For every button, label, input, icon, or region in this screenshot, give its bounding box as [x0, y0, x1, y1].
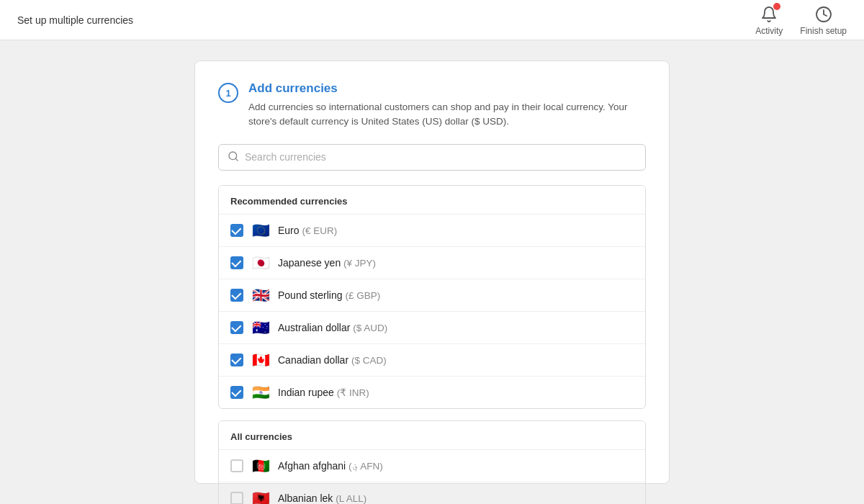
list-item: 🇨🇦Canadian dollar ($ CAD): [219, 343, 645, 376]
currency-name: Pound sterling (£ GBP): [278, 289, 380, 301]
list-item: 🇪🇺Euro (€ EUR): [219, 214, 645, 246]
finish-setup-label: Finish setup: [800, 26, 847, 36]
step-title: Add currencies: [248, 81, 646, 96]
activity-icon-wrap: [759, 4, 779, 24]
currency-name: Australian dollar ($ AUD): [278, 322, 387, 333]
finish-setup-icon-wrap: [814, 4, 834, 24]
currency-code: (L ALL): [336, 493, 366, 504]
currency-flag: 🇦🇱: [252, 490, 269, 505]
finish-setup-button[interactable]: Finish setup: [800, 4, 847, 36]
currency-checkbox[interactable]: [230, 492, 243, 505]
all-section-label: All currencies: [219, 421, 645, 449]
currency-code: (€ EUR): [302, 225, 337, 236]
clock-icon: [815, 6, 832, 23]
currency-code: ($ AUD): [353, 323, 387, 333]
currency-checkbox[interactable]: [230, 459, 243, 472]
currency-checkbox[interactable]: [230, 256, 243, 269]
svg-line-2: [235, 158, 238, 161]
currency-code: (£ GBP): [345, 290, 380, 301]
currency-code: ($ CAD): [351, 355, 387, 366]
recommended-currencies-section: Recommended currencies 🇪🇺Euro (€ EUR)🇯🇵J…: [218, 185, 646, 409]
currency-name: Canadian dollar ($ CAD): [278, 354, 387, 366]
currency-name: Albanian lek (L ALL): [278, 492, 366, 504]
currency-code: (؋ AFN): [348, 461, 383, 472]
step-badge: 1: [218, 83, 238, 103]
main-content: 1 Add currencies Add currencies so inter…: [0, 40, 864, 504]
list-item: 🇦🇱Albanian lek (L ALL): [219, 482, 645, 505]
step-content: Add currencies Add currencies so interna…: [248, 81, 646, 130]
setup-card: 1 Add currencies Add currencies so inter…: [194, 60, 670, 484]
currency-checkbox[interactable]: [230, 386, 243, 399]
currency-checkbox[interactable]: [230, 354, 243, 366]
step-description: Add currencies so international customer…: [248, 100, 646, 130]
currency-flag: 🇦🇺: [252, 319, 269, 336]
list-item: 🇦🇫Afghan afghani (؋ AFN): [219, 449, 645, 482]
currency-flag: 🇮🇳: [252, 384, 269, 401]
currency-flag: 🇨🇦: [252, 351, 269, 369]
header: Set up multiple currencies Activity: [0, 0, 864, 40]
currency-flag: 🇬🇧: [252, 287, 269, 304]
list-item: 🇬🇧Pound sterling (£ GBP): [219, 279, 645, 311]
recommended-section-label: Recommended currencies: [219, 186, 645, 214]
header-actions: Activity Finish setup: [755, 4, 847, 36]
search-container: [218, 144, 646, 171]
currency-name: Indian rupee (₹ INR): [278, 387, 369, 398]
all-currencies-section: All currencies 🇦🇫Afghan afghani (؋ AFN)🇦…: [218, 420, 646, 505]
activity-badge: [773, 3, 780, 10]
list-item: 🇮🇳Indian rupee (₹ INR): [219, 376, 645, 408]
list-item: 🇦🇺Australian dollar ($ AUD): [219, 311, 645, 343]
currency-flag: 🇯🇵: [252, 254, 269, 271]
currency-code: (₹ INR): [337, 387, 369, 398]
currency-checkbox[interactable]: [230, 321, 243, 334]
currency-checkbox[interactable]: [230, 224, 243, 237]
activity-button[interactable]: Activity: [755, 4, 783, 36]
activity-label: Activity: [755, 26, 783, 36]
currency-flag: 🇪🇺: [252, 222, 269, 239]
currency-flag: 🇦🇫: [252, 457, 269, 474]
step-header: 1 Add currencies Add currencies so inter…: [218, 81, 646, 130]
currency-code: (¥ JPY): [343, 258, 376, 269]
search-icon: [228, 150, 239, 164]
currency-name: Afghan afghani (؋ AFN): [278, 460, 383, 472]
page-title: Set up multiple currencies: [17, 14, 133, 26]
currency-checkbox[interactable]: [230, 289, 243, 302]
search-input[interactable]: [245, 151, 636, 163]
currency-name: Japanese yen (¥ JPY): [278, 257, 376, 269]
currency-name: Euro (€ EUR): [278, 225, 337, 236]
list-item: 🇯🇵Japanese yen (¥ JPY): [219, 246, 645, 279]
